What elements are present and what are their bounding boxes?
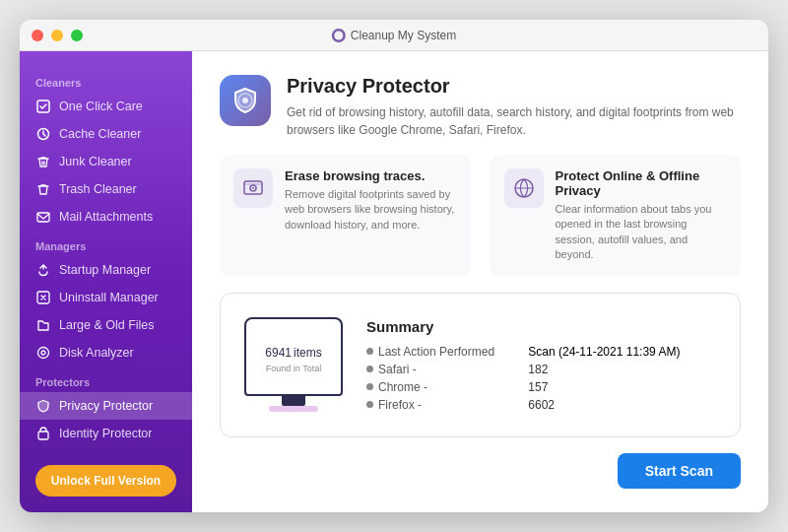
main-content: Privacy Protector Get rid of browsing hi… <box>192 51 768 512</box>
sidebar-label-mail-attachments: Mail Attachments <box>59 210 153 224</box>
count-sublabel: Found in Total <box>266 364 321 373</box>
app-icon <box>332 29 346 42</box>
unlock-full-version-button[interactable]: Unlock Full Version <box>35 465 176 497</box>
managers-section-label: Managers <box>20 231 192 256</box>
sidebar-label-privacy-protector: Privacy Protector <box>59 399 153 413</box>
monitor-stand <box>282 396 305 406</box>
sidebar-label-cache-cleaner: Cache Cleaner <box>59 127 141 141</box>
item-count: 6941items <box>265 341 321 362</box>
close-button[interactable] <box>32 30 43 41</box>
svg-point-6 <box>41 351 45 355</box>
sidebar-item-large-old-files[interactable]: Large & Old Files <box>20 311 192 339</box>
svg-point-12 <box>252 187 254 189</box>
sidebar-item-trash-cleaner[interactable]: Trash Cleaner <box>20 175 192 203</box>
feature-card-erase: Erase browsing traces. Remove digital fo… <box>220 155 471 277</box>
large-old-files-icon <box>35 317 51 333</box>
trash-cleaner-icon <box>35 181 51 197</box>
summary-grid: Last Action Performed Scan (24-11-2021 1… <box>366 345 716 412</box>
last-action-label: Last Action Performed <box>366 345 512 359</box>
svg-point-5 <box>38 348 49 359</box>
sidebar-label-trash-cleaner: Trash Cleaner <box>59 182 137 196</box>
feature-row: Erase browsing traces. Remove digital fo… <box>220 155 741 277</box>
svg-point-8 <box>242 98 248 103</box>
summary-box: 6941items Found in Total Summary Last Ac… <box>220 293 741 437</box>
cleaners-section-label: Cleaners <box>20 67 192 93</box>
sidebar-label-uninstall-manager: Uninstall Manager <box>59 291 159 304</box>
safari-label: Safari - <box>366 363 512 376</box>
monitor-base <box>269 406 318 412</box>
privacy-protector-icon <box>35 398 51 414</box>
count-unit: items <box>294 346 322 360</box>
feature2-title: Protect Online & Offline Privacy <box>556 168 728 198</box>
uninstall-manager-icon <box>35 290 51 305</box>
one-click-care-icon <box>35 99 51 114</box>
mail-attachments-icon <box>35 209 51 225</box>
app-window: Cleanup My System Cleaners One Click Car… <box>20 20 768 512</box>
summary-title: Summary <box>366 318 716 335</box>
sidebar-item-junk-cleaner[interactable]: Junk Cleaner <box>20 148 192 175</box>
monitor-screen: 6941items Found in Total <box>244 317 343 396</box>
junk-cleaner-icon <box>35 154 51 169</box>
sidebar-item-mail-attachments[interactable]: Mail Attachments <box>20 203 192 231</box>
window-title-area: Cleanup My System <box>332 29 456 42</box>
svg-point-0 <box>334 31 343 39</box>
page-title: Privacy Protector <box>287 75 741 98</box>
feature2-text: Protect Online & Offline Privacy Clear i… <box>556 168 728 263</box>
summary-content: Summary Last Action Performed Scan (24-1… <box>366 318 716 412</box>
last-action-dot <box>366 348 373 355</box>
sidebar-label-one-click-care: One Click Care <box>59 100 143 113</box>
cache-cleaner-icon <box>35 126 51 142</box>
sidebar-label-large-old-files: Large & Old Files <box>59 318 155 332</box>
page-description: Get rid of browsing history, autofill da… <box>287 103 741 139</box>
protectors-section-label: Protectors <box>20 366 192 392</box>
identity-protector-icon <box>35 426 51 441</box>
maximize-button[interactable] <box>71 30 83 41</box>
sidebar-item-one-click-care[interactable]: One Click Care <box>20 93 192 120</box>
feature1-title: Erase browsing traces. <box>285 168 457 183</box>
minimize-button[interactable] <box>51 30 63 41</box>
sidebar-item-startup-manager[interactable]: Startup Manager <box>20 256 192 284</box>
sidebar-item-identity-protector[interactable]: Identity Protector <box>20 420 192 447</box>
monitor-graphic: 6941items Found in Total <box>244 317 343 412</box>
window-title: Cleanup My System <box>351 29 456 42</box>
feature-card-privacy: Protect Online & Offline Privacy Clear i… <box>491 155 742 277</box>
firefox-dot <box>366 401 373 408</box>
sidebar-label-startup-manager: Startup Manager <box>59 263 151 277</box>
sidebar-item-cache-cleaner[interactable]: Cache Cleaner <box>20 120 192 148</box>
svg-rect-7 <box>38 432 48 439</box>
feature2-description: Clear information about tabs you opened … <box>556 202 728 263</box>
page-icon <box>220 75 271 126</box>
safari-value: 182 <box>528 363 627 376</box>
app-body: Cleaners One Click Care Cache <box>20 51 768 512</box>
start-scan-button[interactable]: Start Scan <box>618 453 741 489</box>
firefox-value: 6602 <box>528 398 627 412</box>
sidebar-item-uninstall-manager[interactable]: Uninstall Manager <box>20 284 192 311</box>
title-bar: Cleanup My System <box>20 20 768 51</box>
chrome-value: 157 <box>528 380 627 394</box>
startup-manager-icon <box>35 262 51 278</box>
page-header-text: Privacy Protector Get rid of browsing hi… <box>287 75 741 139</box>
page-header: Privacy Protector Get rid of browsing hi… <box>220 75 741 139</box>
privacy-feature-icon <box>504 168 544 208</box>
disk-analyzer-icon <box>35 345 51 361</box>
sidebar-label-disk-analyzer: Disk Analyzer <box>59 346 134 360</box>
svg-rect-3 <box>37 213 49 222</box>
sidebar-label-junk-cleaner: Junk Cleaner <box>59 155 132 168</box>
last-action-value: Scan (24-11-2021 11:39 AM) <box>528 345 716 359</box>
sidebar-item-disk-analyzer[interactable]: Disk Analyzer <box>20 339 192 366</box>
sidebar-item-privacy-protector[interactable]: Privacy Protector <box>20 392 192 420</box>
sidebar: Cleaners One Click Care Cache <box>20 51 192 512</box>
feature1-description: Remove digital footprints saved by web b… <box>285 187 457 233</box>
safari-dot <box>366 366 373 372</box>
chrome-label: Chrome - <box>366 380 512 394</box>
sidebar-label-identity-protector: Identity Protector <box>59 427 153 440</box>
main-footer: Start Scan <box>220 453 741 489</box>
chrome-dot <box>366 383 373 390</box>
firefox-label: Firefox - <box>366 398 512 412</box>
erase-feature-icon <box>233 168 273 208</box>
feature1-text: Erase browsing traces. Remove digital fo… <box>285 168 457 233</box>
